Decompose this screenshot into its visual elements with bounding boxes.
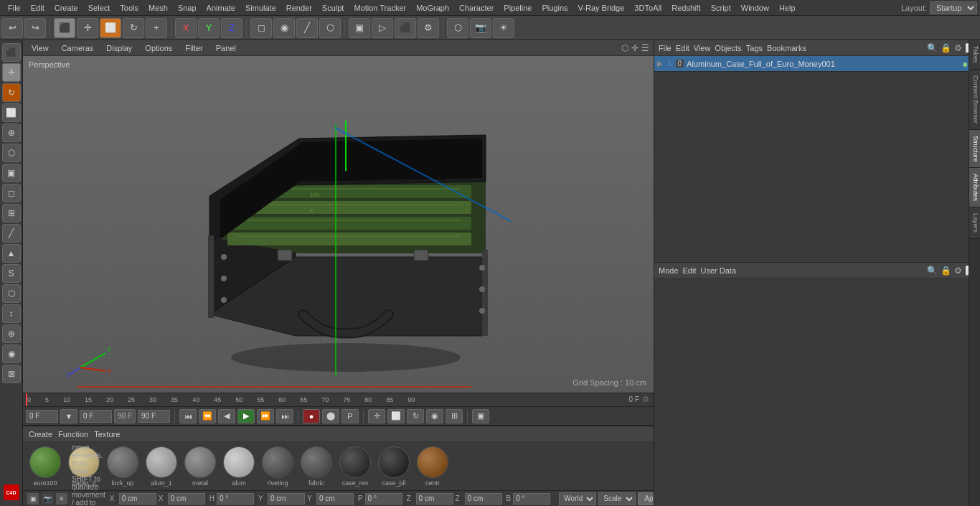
vtab-structure[interactable]: Structure (969, 130, 980, 169)
render-view-btn[interactable]: ⬛ (395, 18, 416, 38)
tool12[interactable]: ⬡ (2, 284, 21, 303)
record-btn[interactable]: ● (303, 409, 320, 423)
vp-maximize-icon[interactable]: ⬡ (621, 43, 628, 53)
menu-vray[interactable]: V-Ray Bridge (573, 2, 630, 14)
render-btn[interactable]: ▷ (372, 18, 393, 38)
menu-mograph[interactable]: MoGraph (411, 2, 454, 14)
apply-button[interactable]: Apply (638, 492, 654, 505)
layout-select[interactable]: Startup (930, 1, 977, 14)
tool6[interactable]: ▣ (2, 164, 21, 182)
timeline-cursor[interactable] (26, 393, 27, 406)
menu-redshift[interactable]: Redshift (666, 2, 705, 14)
obj-visibility-dot-1[interactable]: ● (962, 58, 968, 70)
viewport-canvas[interactable]: Perspective (23, 56, 654, 393)
menu-help[interactable]: Help (774, 2, 801, 14)
vtab-content-browser[interactable]: Content Browser (969, 70, 980, 130)
z-size-value[interactable]: 0 cm (465, 493, 502, 505)
scale-select[interactable]: Scale (598, 492, 636, 505)
material-item-metal[interactable]: metal (182, 446, 218, 487)
redo-button[interactable]: ↪ (24, 18, 46, 38)
create-object-button[interactable]: + (146, 18, 167, 38)
obj-objects-btn[interactable]: Objects (715, 44, 741, 52)
tool16[interactable]: ⊠ (2, 365, 21, 383)
p-angle-value[interactable]: 0 ° (365, 493, 402, 505)
material-item-fabric[interactable]: fabric (298, 446, 334, 487)
rotate-tool-button[interactable]: ↻ (123, 18, 144, 38)
obj-tags-btn[interactable]: Tags (746, 44, 763, 52)
attr-lock-icon[interactable]: 🔒 (941, 266, 951, 276)
obj-settings-icon[interactable]: ⚙ (954, 43, 962, 53)
go-to-start-btn[interactable]: ⏮ (179, 409, 197, 423)
x-pos-value[interactable]: 0 cm (119, 493, 156, 505)
menu-window[interactable]: Window (736, 2, 774, 14)
camera-status-icon[interactable]: 📷 (42, 493, 53, 505)
remove-key-btn[interactable]: ⬜ (387, 409, 405, 423)
move-tool[interactable]: ✛ (2, 63, 21, 82)
tool10[interactable]: ▲ (2, 244, 21, 263)
menu-simulate[interactable]: Simulate (240, 2, 281, 14)
menu-pipeline[interactable]: Pipeline (499, 2, 537, 14)
point-mode-btn[interactable]: ◉ (273, 18, 295, 38)
object-row-aluminum-case[interactable]: ▶ L 0 Aluminum_Case_Full_of_Euro_Money00… (654, 56, 980, 72)
lights-btn[interactable]: ☀ (493, 18, 514, 38)
render-status-icon[interactable]: ▣ (27, 493, 39, 505)
tool9[interactable]: ╱ (2, 224, 21, 243)
vtab-takes[interactable]: Takes (969, 40, 980, 70)
menu-animate[interactable]: Animate (202, 2, 240, 14)
y-axis-button[interactable]: Y (198, 18, 220, 38)
obj-edit-btn[interactable]: Edit (676, 44, 689, 52)
x-axis-button[interactable]: X (175, 18, 197, 38)
current-frame-input[interactable] (26, 410, 58, 423)
z-pos-value[interactable]: 0 cm (416, 493, 453, 505)
close-status-icon[interactable]: ✕ (56, 493, 67, 505)
obj-file-btn[interactable]: File (659, 44, 672, 52)
obj-lock-icon[interactable]: 🔒 (941, 43, 951, 53)
vp-cameras-menu[interactable]: Cameras (57, 43, 98, 53)
y-pos-value[interactable]: 0 cm (268, 493, 305, 505)
material-item-riveting[interactable]: riveting (260, 446, 296, 487)
tool8[interactable]: ⊞ (2, 204, 21, 222)
menu-script[interactable]: Script (706, 2, 736, 14)
material-item-case_pil[interactable]: case_pil (376, 446, 412, 487)
obj-view-btn[interactable]: View (694, 44, 711, 52)
render-region-btn[interactable]: ▣ (349, 18, 370, 38)
perspective-btn[interactable]: ⬡ (447, 18, 468, 38)
menu-edit[interactable]: Edit (26, 2, 50, 14)
x-size-value[interactable]: 0 cm (168, 493, 205, 505)
mat-create-btn[interactable]: Create (29, 430, 52, 439)
timeline-ruler[interactable]: 0 5 10 15 20 25 30 35 40 45 50 55 60 65 … (23, 393, 654, 407)
y-size-value[interactable]: 0 cm (316, 493, 354, 505)
material-item-centr[interactable]: centr (415, 446, 451, 487)
attr-search-icon[interactable]: 🔍 (927, 266, 938, 276)
mat-texture-btn[interactable]: Texture (94, 430, 120, 439)
play-reverse-btn[interactable]: ◀ (218, 409, 235, 423)
material-item-euro100[interactable]: euro100 (27, 446, 63, 487)
menu-snap[interactable]: Snap (173, 2, 202, 14)
keyframe-btn[interactable]: P (341, 409, 359, 423)
attr-settings-icon[interactable]: ⚙ (954, 266, 962, 276)
tool7[interactable]: ◻ (2, 184, 21, 202)
go-to-end-btn[interactable]: ⏭ (276, 409, 293, 423)
timeline-settings-icon[interactable]: ⚙ (642, 395, 649, 404)
attr-user-data-btn[interactable]: User Data (701, 266, 737, 275)
snap-tool[interactable]: ⊕ (2, 123, 21, 142)
material-item-alum_1[interactable]: alum_1 (143, 446, 179, 487)
viewport[interactable]: View Cameras Display Options Filter Pane… (23, 40, 654, 393)
vp-options-menu[interactable]: Options (141, 43, 176, 53)
menu-mesh[interactable]: Mesh (143, 2, 173, 14)
edge-mode-btn[interactable]: ╱ (296, 18, 318, 38)
menu-create[interactable]: Create (50, 2, 83, 14)
play-btn[interactable]: ▶ (237, 409, 255, 423)
material-item-alum[interactable]: alum (221, 446, 257, 487)
model-mode-button[interactable]: ⬛ (54, 18, 75, 38)
vtab-attributes[interactable]: Attributes (969, 168, 980, 207)
move-tool-button[interactable]: ✛ (77, 18, 98, 38)
menu-sculpt[interactable]: Sculpt (317, 2, 349, 14)
render-settings-btn[interactable]: ⚙ (418, 18, 439, 38)
start-frame-input[interactable] (80, 410, 112, 423)
menu-3dtoall[interactable]: 3DToAll (629, 2, 666, 14)
poly-mode-btn[interactable]: ⬡ (319, 18, 341, 38)
step-back-btn[interactable]: ⏪ (199, 409, 216, 423)
undo-button[interactable]: ↩ (1, 18, 23, 38)
b-angle-value[interactable]: 0 ° (513, 493, 550, 505)
